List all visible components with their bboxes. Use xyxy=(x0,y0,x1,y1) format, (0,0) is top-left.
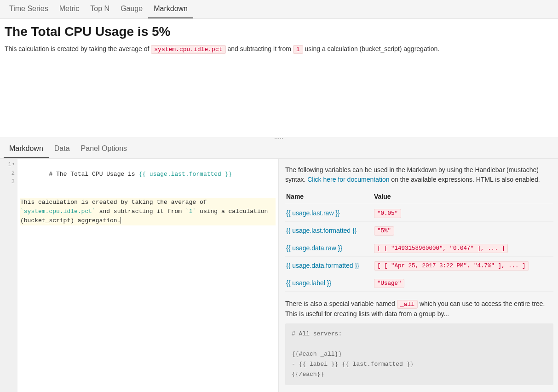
help-text: on the available expressions. HTML is al… xyxy=(389,176,540,183)
table-header-value: Value xyxy=(373,189,553,204)
variable-name[interactable]: {{ usage.last.raw }} xyxy=(286,209,340,217)
visualization-type-tabs: Time Series Metric Top N Gauge Markdown xyxy=(0,0,558,19)
code-text: and subtracting it from xyxy=(96,208,185,215)
example-code-block: # All servers: {{#each _all}} - {{ label… xyxy=(285,323,553,385)
variable-value: [ [ "Apr 25, 2017 3:22 PM", "4.7%" ], ..… xyxy=(374,261,529,271)
variables-table: Name Value {{ usage.last.raw }} "0.05" {… xyxy=(285,189,553,292)
variable-name[interactable]: {{ usage.last.formatted }} xyxy=(286,227,357,234)
code-backtick: `1` xyxy=(185,208,196,215)
tab-metric[interactable]: Metric xyxy=(54,0,85,18)
editor-split: 1▾ 2 3 # The Total CPU Usage is {{ usage… xyxy=(0,159,558,392)
editor-gutter: 1▾ 2 3 xyxy=(0,159,17,392)
help-footer: There is also a special variable named _… xyxy=(285,299,553,319)
table-header-name: Name xyxy=(285,189,373,204)
table-row: {{ usage.data.raw }} [ [ "1493158960000"… xyxy=(285,239,553,257)
markdown-preview: The Total CPU Usage is 5% This calculati… xyxy=(0,19,558,137)
preview-text: using a calculation (bucket_script) aggr… xyxy=(303,45,440,52)
editor-cursor xyxy=(121,217,121,224)
tab-markdown[interactable]: Markdown xyxy=(148,0,193,18)
code-text: # The Total CPU Usage is xyxy=(49,171,138,178)
preview-title: The Total CPU Usage is 5% xyxy=(5,24,553,39)
subtab-markdown[interactable]: Markdown xyxy=(4,140,49,158)
help-text: There is also a special variable named xyxy=(285,300,397,307)
editor-subtabs: Markdown Data Panel Options xyxy=(0,140,558,159)
variable-name[interactable]: {{ usage.data.raw }} xyxy=(286,244,342,252)
variable-value: "Usage" xyxy=(374,279,405,288)
table-row: {{ usage.label }} "Usage" xyxy=(285,274,553,292)
preview-code-one: 1 xyxy=(293,45,303,54)
code-variable: {{ usage.last.formatted }} xyxy=(138,171,232,178)
preview-code-metric: system.cpu.idle.pct xyxy=(151,45,225,54)
variable-name[interactable]: {{ usage.label }} xyxy=(286,279,331,287)
editor-area: Markdown Data Panel Options 1▾ 2 3 # The… xyxy=(0,140,558,392)
variable-value: "5%" xyxy=(374,226,394,236)
code-backtick: `system.cpu.idle.pct` xyxy=(20,208,96,215)
code-text: This calculation is created by taking th… xyxy=(20,199,210,206)
help-intro: The following variables can be used in t… xyxy=(285,165,553,184)
editor-content[interactable]: # The Total CPU Usage is {{ usage.last.f… xyxy=(17,159,278,392)
markdown-editor[interactable]: 1▾ 2 3 # The Total CPU Usage is {{ usage… xyxy=(0,159,279,392)
documentation-link[interactable]: Click here for documentation xyxy=(307,176,389,183)
preview-text: This calculation is created by taking th… xyxy=(5,45,151,52)
variable-value: "0.05" xyxy=(374,209,401,218)
tab-gauge[interactable]: Gauge xyxy=(115,0,148,18)
table-row: {{ usage.data.formatted }} [ [ "Apr 25, … xyxy=(285,257,553,274)
tab-top-n[interactable]: Top N xyxy=(85,0,115,18)
variable-name[interactable]: {{ usage.data.formatted }} xyxy=(286,262,359,269)
variables-help-pane: The following variables can be used in t… xyxy=(279,159,558,392)
subtab-data[interactable]: Data xyxy=(49,140,75,158)
table-row: {{ usage.last.raw }} "0.05" xyxy=(285,204,553,222)
preview-text: and subtracting it from xyxy=(226,45,293,52)
table-row: {{ usage.last.formatted }} "5%" xyxy=(285,222,553,239)
subtab-panel-options[interactable]: Panel Options xyxy=(75,140,133,158)
variable-value: [ [ "1493158960000", "0.047" ], ... ] xyxy=(374,244,508,253)
all-variable-code: _all xyxy=(397,300,418,309)
fold-icon[interactable]: ▾ xyxy=(12,161,15,168)
tab-time-series[interactable]: Time Series xyxy=(4,0,54,18)
preview-description: This calculation is created by taking th… xyxy=(5,44,553,55)
